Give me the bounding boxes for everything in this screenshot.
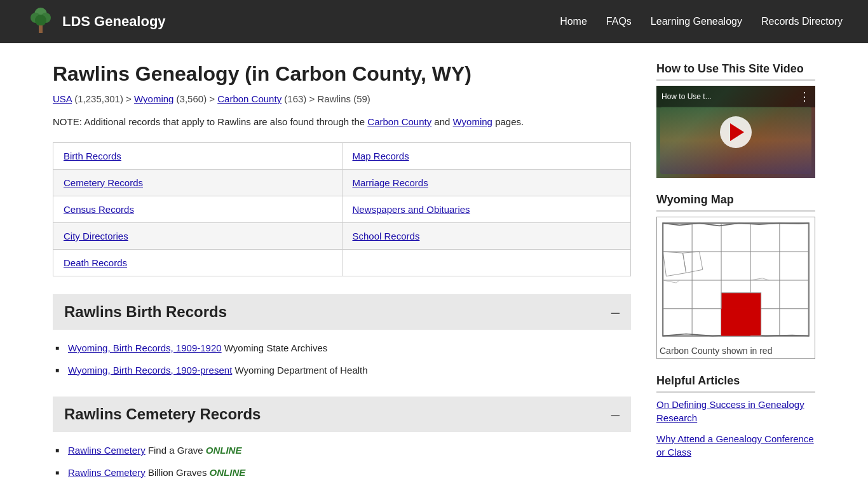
records-table-link[interactable]: Marriage Records [353,177,428,188]
helpful-articles-section: Helpful Articles On Defining Success in … [656,374,815,459]
map-section-title: Wyoming Map [656,193,815,212]
breadcrumb-wyoming-count: (3,560) [177,93,207,104]
records-table-cell[interactable]: City Directories [53,223,342,250]
site-header: LDS Genealogy Home FAQs Learning Genealo… [0,0,868,43]
page-title: Rawlins Genealogy (in Carbon County, WY) [53,62,631,86]
list-item: Rawlins Cemetery Find a Grave ONLINE [53,440,631,462]
records-table-link[interactable]: Death Records [64,257,127,268]
main-content: Rawlins Genealogy (in Carbon County, WY)… [53,62,631,488]
breadcrumb: USA (1,235,301) > Wyoming (3,560) > Carb… [53,93,631,104]
cemetery-record-link-1[interactable]: Rawlins Cemetery [68,445,146,456]
birth-records-heading: Rawlins Birth Records [64,303,227,321]
records-table-cell[interactable]: Map Records [342,143,631,170]
video-thumbnail[interactable]: How to Use t... ⋮ [656,86,815,178]
list-item: Wyoming, Birth Records, 1909-present Wyo… [53,360,631,382]
records-table-cell [342,250,631,276]
online-badge: ONLINE [206,445,242,456]
video-play-button[interactable] [720,116,752,148]
records-table-cell[interactable]: School Records [342,223,631,250]
main-nav: Home FAQs Learning Genealogy Records Dir… [560,16,843,27]
svg-point-3 [35,15,46,26]
breadcrumb-usa-count: (1,235,301) [74,93,123,104]
cemetery-records-list: Rawlins Cemetery Find a Grave ONLINE Raw… [53,440,631,488]
records-table-cell[interactable]: Cemetery Records [53,170,342,196]
map-caption: Carbon County shown in red [660,346,812,356]
records-table-cell[interactable]: Birth Records [53,143,342,170]
breadcrumb-carbon-count: (163) [284,93,306,104]
list-item: Wyoming, Birth Records, 1909-1920 Wyomin… [53,337,631,360]
map-section: Wyoming Map [656,193,815,359]
records-table-link[interactable]: City Directories [64,231,128,241]
birth-record-suffix-1: Wyoming State Archives [224,342,327,353]
svg-rect-4 [39,25,43,33]
cemetery-record-link-2[interactable]: Rawlins Cemetery [68,467,146,478]
records-table-cell[interactable]: Death Records [53,250,342,276]
video-section: How to Use This Site Video How to Use t.… [656,62,815,178]
logo-icon [25,6,56,37]
nav-records-directory[interactable]: Records Directory [761,16,843,27]
list-item: Saint Josephs Cemetery Find a Grave ONLI… [53,484,631,488]
birth-record-link-2[interactable]: Wyoming, Birth Records, 1909-present [68,365,232,376]
cemetery-records-heading: Rawlins Cemetery Records [64,405,261,423]
cemetery-record-suffix-2: Billion Graves [148,467,207,478]
article-link-2[interactable]: Why Attend a Genealogy Conference or Cla… [656,432,815,459]
cemetery-records-toggle[interactable]: – [611,405,620,423]
records-table-link[interactable]: Birth Records [64,151,121,161]
records-table-link[interactable]: Cemetery Records [64,177,143,188]
online-badge: ONLINE [210,467,246,478]
nav-learning[interactable]: Learning Genealogy [651,16,742,27]
breadcrumb-rawlins: Rawlins (59) [317,93,370,104]
records-table-cell[interactable]: Census Records [53,196,342,223]
breadcrumb-usa[interactable]: USA [53,93,72,104]
logo-area: LDS Genealogy [25,6,166,37]
logo-text: LDS Genealogy [62,13,166,30]
records-table-cell[interactable]: Newspapers and Obituaries [342,196,631,223]
birth-records-section-header: Rawlins Birth Records – [53,294,631,330]
records-table-link[interactable]: Census Records [64,204,134,215]
cemetery-record-suffix-1: Find a Grave [148,445,203,456]
birth-records-toggle[interactable]: – [611,303,620,321]
page-wrapper: Rawlins Genealogy (in Carbon County, WY)… [27,43,841,488]
helpful-articles-title: Helpful Articles [656,374,815,393]
svg-rect-18 [721,309,750,336]
cemetery-records-section-header: Rawlins Cemetery Records – [53,396,631,432]
nav-faqs[interactable]: FAQs [606,16,632,27]
video-section-title: How to Use This Site Video [656,62,815,81]
helpful-articles-list: On Defining Success in Genealogy Researc… [656,398,815,459]
records-table: Birth RecordsMap RecordsCemetery Records… [53,142,631,276]
birth-records-list: Wyoming, Birth Records, 1909-1920 Wyomin… [53,337,631,391]
page-note: NOTE: Additional records that apply to R… [53,114,631,130]
note-wyoming-link[interactable]: Wyoming [453,116,492,127]
nav-home[interactable]: Home [560,16,587,27]
birth-record-link-1[interactable]: Wyoming, Birth Records, 1909-1920 [68,342,222,353]
sidebar: How to Use This Site Video How to Use t.… [656,62,815,488]
play-icon [730,123,744,141]
records-table-link[interactable]: School Records [353,231,420,241]
records-table-link[interactable]: Newspapers and Obituaries [353,204,470,215]
list-item: Rawlins Cemetery Billion Graves ONLINE [53,462,631,484]
breadcrumb-wyoming[interactable]: Wyoming [134,93,173,104]
birth-record-suffix-2: Wyoming Department of Health [234,365,367,376]
wyoming-map-svg [660,220,812,339]
wyoming-map: Carbon County shown in red [656,217,815,359]
records-table-cell[interactable]: Marriage Records [342,170,631,196]
records-table-link[interactable]: Map Records [353,151,409,161]
note-carbon-county-link[interactable]: Carbon County [367,116,431,127]
breadcrumb-carbon-county[interactable]: Carbon County [217,93,281,104]
article-link-1[interactable]: On Defining Success in Genealogy Researc… [656,398,815,424]
